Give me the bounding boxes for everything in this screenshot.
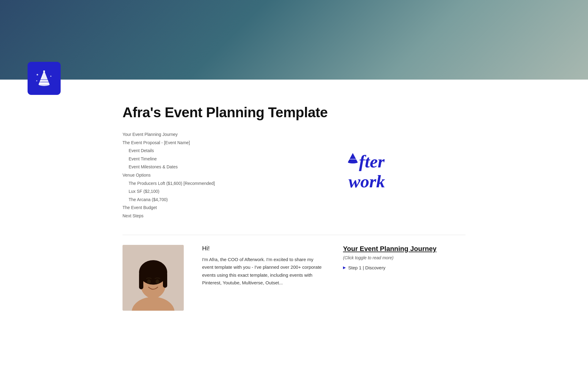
svg-text:work: work bbox=[349, 171, 385, 191]
toc-item[interactable]: Lux SF ($2,100) bbox=[129, 187, 282, 196]
logo-section: fter work bbox=[306, 130, 466, 220]
toc-item[interactable]: Your Event Planning Journey bbox=[123, 130, 282, 139]
svg-point-23 bbox=[156, 279, 159, 284]
afterwork-logo: fter work bbox=[346, 151, 426, 200]
svg-point-22 bbox=[147, 279, 151, 284]
step-1-item[interactable]: ▶ Step 1 | Discovery bbox=[343, 265, 466, 270]
person-avatar bbox=[123, 245, 184, 311]
journey-title[interactable]: Your Event Planning Journey bbox=[343, 245, 466, 253]
svg-point-6 bbox=[37, 74, 38, 76]
svg-point-8 bbox=[36, 80, 37, 81]
step-1-label: Step 1 | Discovery bbox=[348, 265, 385, 270]
greeting: Hi! bbox=[202, 245, 325, 252]
svg-point-7 bbox=[50, 76, 51, 77]
svg-text:fter: fter bbox=[359, 152, 385, 171]
toc-section: Your Event Planning JourneyThe Event Pro… bbox=[123, 130, 466, 220]
toc-item[interactable]: Venue Options bbox=[123, 171, 282, 179]
svg-point-11 bbox=[348, 161, 358, 163]
main-content: Afra's Event Planning Template Your Even… bbox=[95, 104, 493, 323]
svg-rect-20 bbox=[139, 272, 143, 289]
toc-item[interactable]: The Event Budget bbox=[123, 204, 282, 212]
hero-banner bbox=[0, 0, 588, 80]
description: I'm Afra, the COO of Afterwork. I'm exci… bbox=[202, 256, 325, 287]
intro-text: Hi! I'm Afra, the COO of Afterwork. I'm … bbox=[202, 245, 325, 287]
toc-item[interactable]: Next Steps bbox=[123, 212, 282, 220]
toc-item[interactable]: The Arcana ($4,700) bbox=[129, 196, 282, 204]
toc-item[interactable]: The Event Proposal - [Event Name] bbox=[123, 139, 282, 147]
toc-item[interactable]: Event Details bbox=[129, 147, 282, 155]
click-toggle-hint: (Click toggle to read more) bbox=[343, 255, 466, 260]
toc-item[interactable]: Event Milestones & Dates bbox=[129, 163, 282, 171]
logo-svg: fter work bbox=[346, 151, 426, 200]
svg-point-4 bbox=[39, 83, 50, 86]
table-of-contents: Your Event Planning JourneyThe Event Pro… bbox=[123, 130, 282, 220]
svg-point-5 bbox=[43, 70, 45, 72]
step-arrow-icon: ▶ bbox=[343, 265, 346, 270]
person-illustration bbox=[123, 245, 184, 311]
svg-rect-21 bbox=[163, 272, 167, 288]
page-title: Afra's Event Planning Template bbox=[123, 104, 466, 121]
toc-item[interactable]: Event Timeline bbox=[129, 155, 282, 163]
person-photo-container bbox=[123, 245, 184, 311]
bottom-section: Hi! I'm Afra, the COO of Afterwork. I'm … bbox=[123, 235, 466, 323]
toc-item[interactable]: The Producers Loft ($1,600) [Recommended… bbox=[129, 179, 282, 188]
journey-section: Your Event Planning Journey (Click toggl… bbox=[343, 245, 466, 272]
page-icon bbox=[28, 62, 61, 95]
